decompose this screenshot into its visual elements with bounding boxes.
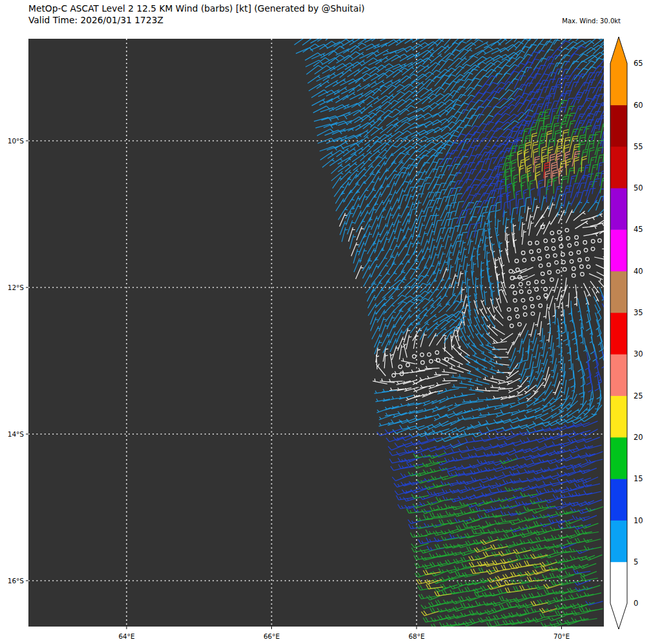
colorbar-segment-20 [610, 395, 627, 437]
colorbar-tick-label: 10 [634, 516, 643, 525]
colorbar-tick-label: 65 [634, 59, 643, 68]
colorbar-segment-55 [610, 105, 627, 147]
colorbar-tick-label: 5 [634, 557, 638, 566]
colorbar-segment-40 [610, 229, 627, 271]
colorbar-tick-label: 60 [634, 101, 643, 110]
colorbar-tick-label: 15 [634, 474, 643, 483]
y-tick-label: 12°S [8, 284, 25, 291]
max-wind-annotation: Max. Wind: 30.0kt [562, 17, 621, 25]
colorbar-segment-5 [610, 520, 627, 562]
x-tick-label: 68°E [408, 632, 424, 640]
x-tick-label: 70°E [553, 632, 570, 640]
colorbar-tick-label: 40 [634, 267, 643, 276]
ascat-wind-barb-chart: 64°E66°E68°E70°E10°S12°S14°S16°S05101520… [0, 0, 651, 644]
chart-title: MetOp-C ASCAT Level 2 12.5 KM Wind (barb… [28, 3, 365, 14]
colorbar-segment-15 [610, 437, 627, 479]
colorbar-segment-0 [610, 562, 627, 604]
x-tick-label: 66°E [264, 632, 280, 640]
valid-time-subtitle: Valid Time: 2026/01/31 1723Z [28, 15, 163, 25]
colorbar-segment-50 [610, 147, 627, 189]
colorbar: 05101520253035404550556065 [610, 37, 643, 629]
colorbar-tick-label: 25 [634, 391, 643, 400]
colorbar-tick-label: 30 [634, 349, 643, 358]
colorbar-tick-label: 20 [634, 433, 643, 442]
colorbar-tick-label: 0 [634, 599, 638, 608]
x-tick-label: 64°E [118, 632, 134, 640]
y-tick-label: 10°S [8, 137, 25, 145]
colorbar-segment-35 [610, 271, 627, 313]
colorbar-segment-30 [610, 313, 627, 355]
colorbar-segment-10 [610, 479, 627, 521]
colorbar-segment-45 [610, 188, 627, 230]
colorbar-tick-label: 45 [634, 225, 643, 234]
colorbar-extend-arrow-bottom [610, 603, 627, 629]
colorbar-tick-label: 55 [634, 142, 643, 151]
colorbar-extend-arrow-top [610, 37, 627, 63]
colorbar-segment-25 [610, 354, 627, 396]
colorbar-tick-label: 35 [634, 308, 643, 317]
y-tick-label: 14°S [8, 430, 25, 438]
colorbar-segment-60 [610, 63, 627, 105]
colorbar-tick-label: 50 [634, 183, 643, 192]
y-tick-label: 16°S [8, 577, 25, 585]
